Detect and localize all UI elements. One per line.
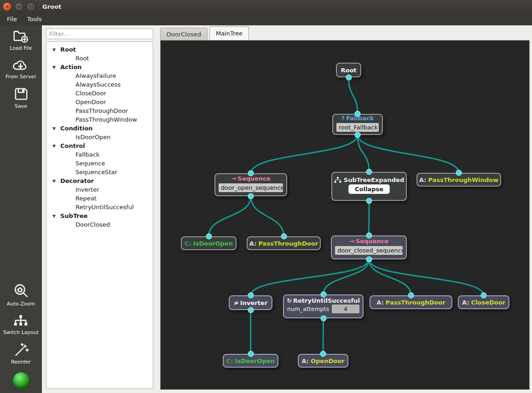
titlebar: ✕ — Groot xyxy=(0,0,532,13)
palette-item-retryuntilsuccesful[interactable]: RetryUntilSuccesful xyxy=(46,203,153,211)
tree-node-retry[interactable]: ↻RetryUntilSuccesfulnum_attempts4 xyxy=(283,294,364,318)
palette-category-subtree[interactable]: ▼SubTree xyxy=(46,211,153,220)
arrow-right-icon: → xyxy=(231,175,236,182)
node-title: A:PassThroughDoor xyxy=(370,299,451,306)
collapse-button[interactable]: Collapse xyxy=(348,184,390,194)
tree-canvas[interactable]: Root?Fallbackroot_Fallback→Sequencedoor_… xyxy=(160,40,530,390)
arrow-right-icon: → xyxy=(349,238,354,245)
minimize-button[interactable]: — xyxy=(15,2,23,11)
tree-node-seq_closed[interactable]: →Sequencedoor_closed_sequence xyxy=(331,235,407,259)
sidebar-item-label: Save xyxy=(15,103,27,109)
sidebar-item-label: Reorder xyxy=(11,359,31,365)
palette-item-sequencestar[interactable]: SequenceStar xyxy=(46,168,153,176)
node-name-field[interactable]: door_open_sequence xyxy=(219,183,283,192)
collapse-arrow-icon[interactable]: ▼ xyxy=(52,47,60,52)
node-title: ↻RetryUntilSuccesful xyxy=(284,297,363,304)
palette-item-opendoor[interactable]: OpenDoor xyxy=(46,98,153,106)
tree-node-subtree_expanded[interactable]: SubTreeExpandedCollapse xyxy=(331,172,407,201)
collapse-arrow-icon[interactable]: ▼ xyxy=(52,65,60,70)
tab-doorclosed[interactable]: DoorClosed xyxy=(160,28,208,40)
node-port-top[interactable] xyxy=(320,292,326,298)
palette-item-fallback[interactable]: Fallback xyxy=(46,150,153,159)
node-port-top[interactable] xyxy=(248,293,254,299)
menu-item-file[interactable]: File xyxy=(2,14,22,24)
palette-item-isdooropen[interactable]: IsDoorOpen xyxy=(46,133,153,141)
node-title: A:CloseDoor xyxy=(459,299,509,306)
palette-category-label: Root xyxy=(60,46,76,53)
edge-seq_open-to-is_door_open_1 xyxy=(209,196,251,236)
param-value-field[interactable]: 4 xyxy=(332,305,359,313)
sidebar-item-reorder[interactable]: Reorder xyxy=(11,342,31,365)
switch-layout-icon xyxy=(12,314,29,328)
node-title-text: Root xyxy=(341,67,356,74)
node-title-text: SubTreeExpanded xyxy=(344,176,404,183)
filter-input[interactable] xyxy=(46,29,153,39)
palette-item-inverter[interactable]: Inverter xyxy=(46,185,153,194)
node-title: →Sequence xyxy=(332,238,406,245)
palette-item-alwayssuccess[interactable]: AlwaysSuccess xyxy=(46,80,153,89)
sidebar-item-from-server[interactable]: From Server xyxy=(6,58,36,80)
node-title: ≠Inverter xyxy=(230,299,272,306)
palette-category-label: Decorator xyxy=(60,177,94,184)
palette-category-condition[interactable]: ▼Condition xyxy=(46,124,153,133)
edge-seq_closed-to-pass_through_door_2 xyxy=(369,259,411,295)
node-name-field[interactable]: door_closed_sequence xyxy=(335,246,403,255)
palette-item-passthroughdoor[interactable]: PassThroughDoor xyxy=(46,106,153,115)
sidebar-item-save[interactable]: Save xyxy=(13,87,29,109)
palette-item-root[interactable]: Root xyxy=(46,54,153,63)
palette-item-passthroughwindow[interactable]: PassThroughWindow xyxy=(46,115,153,124)
tabbar: DoorClosedMainTree xyxy=(160,26,251,40)
sidebar-item-load-file[interactable]: Load File xyxy=(10,29,32,51)
node-port-top[interactable] xyxy=(366,169,372,175)
node-port-top[interactable] xyxy=(248,351,254,357)
palette-item-doorclosed[interactable]: DoorClosed xyxy=(46,220,153,229)
node-port-bottom[interactable] xyxy=(346,75,352,81)
node-port-top[interactable] xyxy=(481,293,487,299)
close-button[interactable]: ✕ xyxy=(3,2,12,11)
sidebar-item-label: Switch Layout xyxy=(3,329,39,335)
tree-node-seq_open[interactable]: →Sequencedoor_open_sequence xyxy=(214,173,287,196)
palette-category-root[interactable]: ▼Root xyxy=(46,45,153,54)
node-title: C:IsDoorOpen xyxy=(182,240,236,247)
node-port-bottom[interactable] xyxy=(355,132,361,138)
palette-item-alwaysfailure[interactable]: AlwaysFailure xyxy=(46,71,153,80)
sidebar-item-switch-layout[interactable]: Switch Layout xyxy=(3,314,39,335)
palette-item-repeat[interactable]: Repeat xyxy=(46,194,153,203)
node-port-bottom[interactable] xyxy=(248,194,254,199)
node-port-bottom[interactable] xyxy=(366,257,372,263)
palette-item-sequence[interactable]: Sequence xyxy=(46,159,153,168)
node-port-top[interactable] xyxy=(355,111,361,117)
node-title-text: RetryUntilSuccesful xyxy=(293,297,360,304)
node-port-bottom[interactable] xyxy=(320,316,326,322)
node-port-bottom[interactable] xyxy=(366,198,372,204)
node-port-top[interactable] xyxy=(320,351,326,357)
collapse-arrow-icon[interactable]: ▼ xyxy=(52,144,60,148)
node-port-top[interactable] xyxy=(456,170,462,176)
node-port-bottom[interactable] xyxy=(248,307,254,313)
palette-category-label: Action xyxy=(60,64,82,70)
collapse-arrow-icon[interactable]: ▼ xyxy=(52,126,60,131)
node-palette-panel: ▼RootRoot▼ActionAlwaysFailureAlwaysSucce… xyxy=(46,41,153,389)
node-title-text: Fallback xyxy=(346,115,374,122)
palette-category-decorator[interactable]: ▼Decorator xyxy=(46,176,153,185)
palette-item-closedoor[interactable]: CloseDoor xyxy=(46,89,153,98)
sidebar-item-auto-zoom[interactable]: Auto-Zoom xyxy=(7,282,35,307)
menu-item-tools[interactable]: Tools xyxy=(22,14,47,24)
palette-category-action[interactable]: ▼Action xyxy=(46,63,153,71)
tab-maintree[interactable]: MainTree xyxy=(209,26,249,40)
node-port-top[interactable] xyxy=(281,234,287,240)
node-port-top[interactable] xyxy=(366,233,372,239)
not-equal-icon: ≠ xyxy=(234,299,239,306)
node-title: C:IsDoorOpen xyxy=(224,358,278,364)
collapse-arrow-icon[interactable]: ▼ xyxy=(52,214,60,218)
node-port-top[interactable] xyxy=(248,170,254,176)
collapse-arrow-icon[interactable]: ▼ xyxy=(52,179,60,183)
edge-seq_closed-to-retry xyxy=(324,259,369,294)
edge-root-to-fallback xyxy=(349,77,358,114)
node-port-top[interactable] xyxy=(408,293,414,299)
maximize-button[interactable] xyxy=(27,2,35,11)
node-title-text: Inverter xyxy=(240,299,267,306)
node-port-top[interactable] xyxy=(206,234,212,240)
node-name-field[interactable]: root_Fallback xyxy=(336,123,379,132)
palette-category-control[interactable]: ▼Control xyxy=(46,141,153,150)
